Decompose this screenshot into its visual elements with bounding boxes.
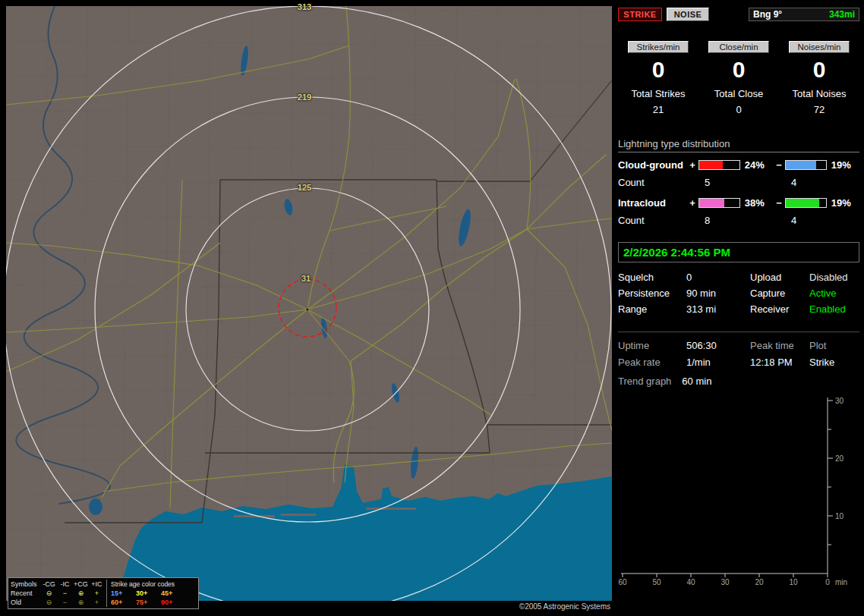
- trend-x-30: 30: [721, 578, 730, 586]
- mode-toolbar: STRIKE NOISE Bng 9° 343mi: [618, 8, 859, 21]
- strikes-per-min-value: 0: [618, 58, 698, 82]
- legend-recent-label: Recent: [11, 589, 41, 598]
- cloud-ground-plus-count: 5: [700, 177, 787, 188]
- legend-old-row: Old ⊖ − ⊕ + 60+ 75+ 90+: [11, 598, 196, 607]
- trend-axes: [621, 398, 833, 577]
- legend-age-title: Strike age color codes: [111, 580, 175, 589]
- intracloud-label: Intracloud: [618, 197, 686, 209]
- noise-mode-button[interactable]: NOISE: [667, 8, 709, 21]
- cloud-ground-minus-count: 4: [787, 177, 796, 188]
- legend-old-label: Old: [11, 598, 41, 607]
- peak-rate-value: 1/min: [686, 357, 750, 368]
- capture-label: Capture: [750, 288, 809, 299]
- receiver-label: Receiver: [750, 303, 809, 315]
- intracloud-count-row: Count 8 4: [618, 212, 859, 228]
- noises-per-min-button[interactable]: Noises/min: [789, 41, 850, 53]
- stats-grid: Uptime 506:30 Peak time Plot Peak rate 1…: [618, 332, 859, 368]
- legend-symbols-title: Symbols: [11, 580, 41, 589]
- neg-ic-recent-icon: −: [57, 589, 73, 598]
- map-canvas[interactable]: 313 219 125 31 Symbols -CG -IC +CG +IC S…: [6, 6, 612, 601]
- legend-recent-row: Recent ⊖ − ⊕ + 15+ 30+ 45+: [11, 589, 196, 598]
- cloud-ground-row: Cloud-ground + 24% − 19%: [618, 156, 859, 174]
- plus-sign: +: [686, 159, 698, 171]
- age-45: 45+: [161, 589, 186, 598]
- legend-col-neg-ic: -IC: [57, 580, 73, 589]
- range-label-219: 219: [292, 93, 317, 102]
- plus-sign: +: [686, 197, 698, 209]
- intracloud-plus-fill: [699, 199, 724, 207]
- count-label: Count: [618, 215, 700, 226]
- strikes-per-min-button[interactable]: Strikes/min: [628, 41, 689, 53]
- lightning-distribution-section: Lightning type distribution Cloud-ground…: [618, 138, 859, 228]
- intracloud-minus-bar: [785, 198, 827, 208]
- status-panel: STRIKE NOISE Bng 9° 343mi Strikes/min 0 …: [618, 8, 859, 589]
- peak-time-label: Peak time: [750, 340, 809, 351]
- trend-x-60: 60: [618, 578, 627, 586]
- upload-status: Disabled: [809, 272, 859, 283]
- trend-x-50: 50: [652, 578, 661, 586]
- legend-col-pos-cg: +CG: [73, 580, 89, 589]
- neg-cg-recent-icon: ⊖: [41, 589, 57, 598]
- intracloud-plus-pct: 38%: [740, 197, 773, 209]
- legend-col-neg-cg: -CG: [41, 580, 57, 589]
- neg-ic-old-icon: −: [57, 598, 73, 607]
- range-value: 313 mi: [686, 303, 750, 315]
- cloud-ground-plus-fill: [699, 161, 723, 169]
- plot-label: Plot: [809, 340, 859, 351]
- strike-mode-button[interactable]: STRIKE: [618, 8, 662, 21]
- minus-sign: −: [773, 197, 785, 209]
- bearing-readout: Bng 9° 343mi: [749, 8, 859, 21]
- intracloud-minus-count: 4: [787, 215, 796, 226]
- age-30: 30+: [136, 589, 161, 598]
- trend-graph-window: 60 min: [682, 376, 711, 387]
- squelch-value: 0: [686, 272, 750, 283]
- intracloud-row: Intracloud + 38% − 19%: [618, 193, 859, 212]
- total-noises-value: 72: [779, 104, 859, 115]
- plot-value: Strike: [809, 357, 859, 368]
- total-strikes-value: 21: [618, 104, 698, 115]
- trend-graph-label: Trend graph: [618, 376, 671, 387]
- intracloud-plus-bar: [698, 198, 740, 208]
- minus-sign: −: [773, 159, 785, 171]
- peak-time-value: 12:18 PM: [750, 357, 809, 368]
- age-15: 15+: [111, 589, 136, 598]
- bearing-range: 343mi: [829, 9, 855, 20]
- intracloud-plus-count: 8: [700, 215, 787, 226]
- current-timestamp: 2/2/2026 2:44:56 PM: [623, 246, 730, 259]
- range-label-125: 125: [292, 183, 317, 192]
- peak-rate-label: Peak rate: [618, 357, 686, 368]
- rate-counters: Strikes/min 0 Total Strikes 21 Close/min…: [618, 41, 859, 115]
- bearing-label: Bng 9°: [753, 9, 782, 20]
- distribution-title: Lightning type distribution: [618, 138, 859, 152]
- total-close-label: Total Close: [698, 88, 779, 99]
- pos-cg-old-icon: ⊕: [73, 598, 89, 607]
- map-legend: Symbols -CG -IC +CG +IC Strike age color…: [8, 577, 199, 609]
- application-window: 313 219 125 31 Symbols -CG -IC +CG +IC S…: [0, 0, 864, 616]
- upload-label: Upload: [750, 272, 809, 283]
- trend-x-0: 0: [825, 578, 830, 586]
- close-counter-column: Close/min 0 Total Close 0: [698, 41, 779, 115]
- legend-col-pos-ic: +IC: [89, 580, 105, 589]
- total-strikes-label: Total Strikes: [618, 88, 698, 99]
- cloud-ground-count-row: Count 5 4: [618, 174, 859, 190]
- close-per-min-button[interactable]: Close/min: [708, 41, 769, 53]
- legend-header-row: Symbols -CG -IC +CG +IC Strike age color…: [11, 580, 196, 589]
- station-marker: [306, 308, 308, 310]
- total-noises-label: Total Noises: [779, 88, 859, 99]
- squelch-label: Squelch: [618, 272, 686, 283]
- age-60: 60+: [111, 598, 136, 607]
- age-90: 90+: [161, 598, 186, 607]
- cloud-ground-minus-pct: 19%: [827, 159, 859, 171]
- uptime-label: Uptime: [618, 340, 686, 351]
- pos-ic-old-icon: +: [89, 598, 105, 607]
- range-label-313: 313: [292, 2, 317, 11]
- trend-x-40: 40: [686, 578, 695, 586]
- pos-cg-recent-icon: ⊕: [73, 589, 89, 598]
- trend-y-30: 30: [835, 397, 844, 405]
- persistence-value: 90 min: [686, 288, 750, 299]
- intracloud-minus-pct: 19%: [827, 197, 859, 209]
- range-label-31: 31: [293, 274, 319, 283]
- total-close-value: 0: [698, 104, 779, 115]
- pos-ic-recent-icon: +: [89, 589, 105, 598]
- age-75: 75+: [136, 598, 161, 607]
